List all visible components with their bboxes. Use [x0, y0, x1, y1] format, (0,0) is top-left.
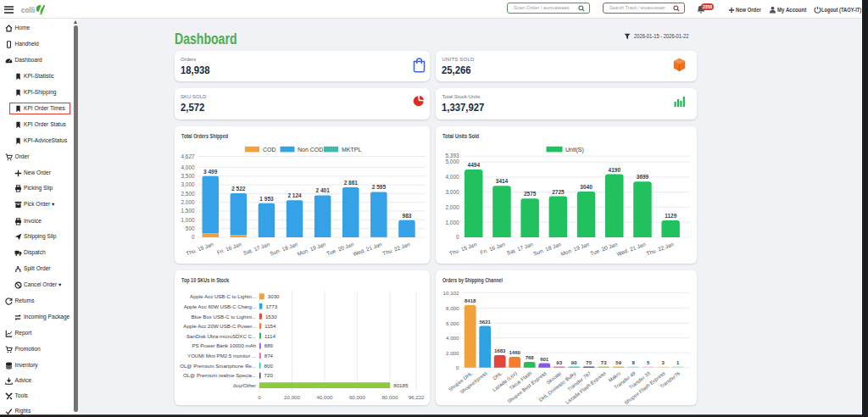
svg-text:OL@ Premium realme Specia...: OL@ Premium realme Specia...: [182, 372, 255, 378]
svg-text:Sat. 17 Jan: Sat. 17 Jan: [506, 241, 534, 256]
svg-text:3,000: 3,000: [181, 181, 194, 187]
svg-text:2 124: 2 124: [287, 192, 302, 198]
svg-text:YOUMI Mini PM2.5 monitor ...: YOUMI Mini PM2.5 monitor ...: [187, 353, 256, 359]
svg-text:75: 75: [586, 360, 592, 365]
svg-text:1773: 1773: [265, 303, 277, 309]
svg-text:OL@ Premium Smartphone Re...: OL@ Premium Smartphone Re...: [180, 363, 256, 369]
svg-text:1: 1: [676, 360, 680, 365]
svg-text:Thu. 22 Jan: Thu. 22 Jan: [645, 241, 675, 256]
svg-text:2,000: 2,000: [446, 204, 459, 210]
svg-text:Fri. 16 Jan: Fri. 16 Jan: [480, 241, 506, 255]
svg-text:8418: 8418: [465, 298, 476, 303]
svg-text:59: 59: [615, 360, 621, 365]
svg-text:Sat. 17 Jan: Sat. 17 Jan: [242, 241, 270, 256]
svg-text:5,000: 5,000: [446, 158, 459, 164]
svg-text:720: 720: [264, 372, 273, 378]
svg-text:983: 983: [402, 213, 411, 219]
svg-text:1154: 1154: [264, 323, 276, 329]
svg-text:5,393: 5,393: [446, 153, 459, 158]
svg-text:2575: 2575: [524, 191, 537, 197]
svg-text:1129: 1129: [665, 213, 676, 219]
svg-text:Apple Acc 20W USB-C Power...: Apple Acc 20W USB-C Power...: [183, 323, 256, 329]
svg-text:Blue Box USB-C to Lightni...: Blue Box USB-C to Lightni...: [191, 314, 256, 320]
svg-text:3: 3: [662, 360, 665, 365]
svg-text:10,102: 10,102: [443, 290, 459, 296]
svg-text:Sun. 18 Jan: Sun. 18 Jan: [269, 241, 298, 256]
svg-text:1460: 1460: [509, 350, 521, 355]
svg-text:Total Units Sold: Total Units Sold: [442, 133, 479, 139]
svg-text:20,000: 20,000: [284, 394, 300, 400]
svg-text:2 595: 2 595: [371, 184, 386, 190]
svg-text:1 953: 1 953: [259, 196, 274, 202]
svg-text:0: 0: [456, 364, 459, 370]
svg-text:3699: 3699: [637, 174, 649, 180]
svg-text:90: 90: [571, 360, 577, 365]
svg-text:4,000: 4,000: [181, 164, 194, 170]
svg-text:8: 8: [632, 360, 636, 365]
svg-text:4190: 4190: [609, 167, 621, 173]
svg-text:4,627: 4,627: [181, 153, 194, 159]
svg-text:889: 889: [264, 342, 273, 348]
svg-text:0: 0: [456, 234, 459, 240]
svg-text:Total Orders Shipped: Total Orders Shipped: [181, 133, 228, 140]
svg-text:2,500: 2,500: [181, 191, 194, 197]
svg-text:1683: 1683: [494, 348, 506, 353]
svg-text:3414: 3414: [496, 178, 509, 184]
svg-text:1,500: 1,500: [181, 208, 194, 214]
svg-text:COD: COD: [263, 147, 276, 153]
svg-text:93: 93: [556, 360, 562, 365]
svg-text:Apple Acc 60W USB-C Charg...: Apple Acc 60W USB-C Charg...: [183, 303, 256, 309]
svg-text:DHL: DHL: [492, 370, 504, 381]
svg-text:0: 0: [258, 394, 261, 400]
svg-text:Tue. 20 Jan: Tue. 20 Jan: [326, 241, 354, 256]
svg-text:Top 10 SKUs in Stock: Top 10 SKUs in Stock: [181, 277, 229, 284]
svg-text:ôuǫ/Other: ôuǫ/Other: [232, 382, 256, 388]
svg-text:3,500: 3,500: [181, 173, 194, 179]
svg-text:73: 73: [601, 360, 607, 365]
svg-text:800: 800: [264, 363, 273, 369]
svg-text:2725: 2725: [552, 189, 565, 195]
svg-text:60,000: 60,000: [348, 394, 364, 400]
svg-text:40,000: 40,000: [316, 394, 332, 400]
svg-text:4,000: 4,000: [446, 335, 459, 341]
svg-text:8,000: 8,000: [446, 305, 459, 311]
svg-text:Tue. 20 Jan: Tue. 20 Jan: [589, 241, 618, 256]
svg-text:PS Power Bank 10000 mAh: PS Power Bank 10000 mAh: [192, 342, 256, 348]
svg-text:2 522: 2 522: [231, 186, 246, 192]
svg-text:5621: 5621: [480, 320, 492, 325]
svg-text:Wed. 21 Jan: Wed. 21 Jan: [615, 241, 646, 257]
svg-text:2 861: 2 861: [343, 180, 358, 186]
svg-text:Orders by Shipping Channel: Orders by Shipping Channel: [442, 277, 503, 284]
svg-text:3030: 3030: [267, 293, 279, 299]
svg-text:1114: 1114: [264, 333, 275, 339]
svg-text:3 499: 3 499: [203, 169, 218, 175]
svg-text:6,000: 6,000: [446, 320, 459, 326]
svg-text:4,000: 4,000: [446, 174, 459, 180]
svg-text:Mon. 19 Jan: Mon. 19 Jan: [296, 241, 326, 257]
svg-text:MKTPL: MKTPL: [342, 147, 361, 153]
svg-text:96,222: 96,222: [408, 394, 424, 400]
svg-text:2,000: 2,000: [181, 199, 194, 205]
svg-text:Wed. 21 Jan: Wed. 21 Jan: [352, 241, 382, 257]
svg-text:Thu. 15 Jan: Thu. 15 Jan: [448, 241, 478, 256]
svg-text:Thu. 15 Jan: Thu. 15 Jan: [185, 241, 214, 256]
svg-text:1,000: 1,000: [446, 220, 459, 225]
svg-text:Thu. 22 Jan: Thu. 22 Jan: [381, 241, 411, 256]
svg-text:Mon. 19 Jan: Mon. 19 Jan: [559, 241, 590, 257]
svg-text:4494: 4494: [468, 162, 481, 168]
svg-text:0: 0: [191, 234, 194, 240]
svg-text:Sun. 18 Jan: Sun. 18 Jan: [532, 241, 562, 256]
svg-text:3040: 3040: [580, 184, 593, 190]
svg-text:5: 5: [647, 360, 650, 365]
svg-text:Unit(S): Unit(S): [565, 147, 584, 153]
svg-text:Non COD: Non COD: [298, 147, 323, 153]
svg-text:Fri. 16 Jan: Fri. 16 Jan: [215, 241, 242, 255]
svg-text:874: 874: [264, 353, 273, 359]
svg-text:2,000: 2,000: [446, 350, 459, 356]
svg-text:768: 768: [526, 355, 535, 360]
svg-text:1530: 1530: [264, 314, 276, 320]
svg-text:601: 601: [540, 357, 549, 362]
svg-text:Apple Acc USB-C to Lightn...: Apple Acc USB-C to Lightn...: [190, 293, 256, 299]
svg-text:1,000: 1,000: [181, 217, 194, 223]
svg-text:500: 500: [185, 225, 194, 231]
